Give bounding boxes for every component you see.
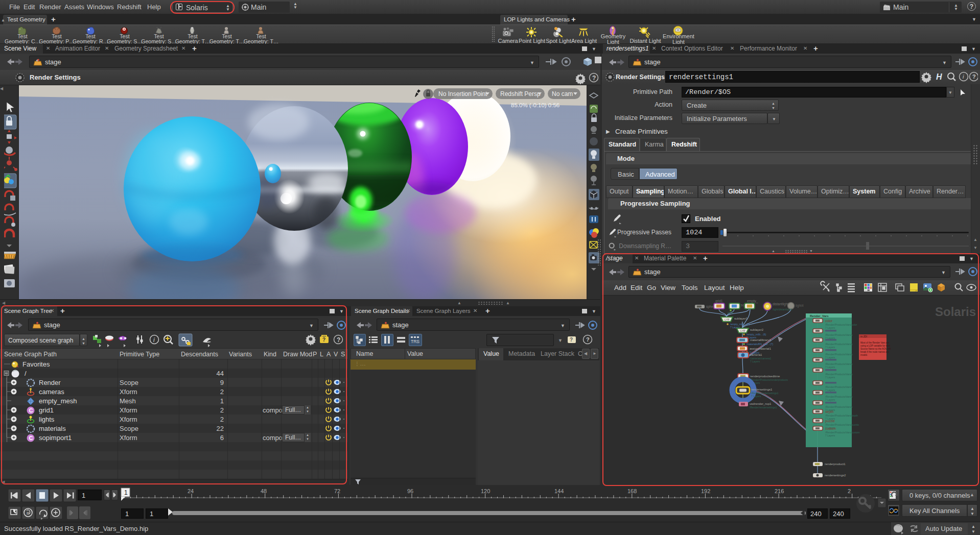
svg-text:grid1: grid1 [715,299,723,303]
svg-text:materiallibrary1: materiallibrary1 [750,338,772,342]
svg-text:puzzle: puzzle [825,419,835,423]
svg-text:C: C [29,435,33,441]
svg-text:LYR: LYR [740,329,745,332]
svg-text:1: 1 [124,489,128,496]
svg-text:7 Layers: 7 Layers [825,376,835,379]
svg-text:?: ? [972,74,976,80]
svg-text:?: ? [592,75,596,82]
svg-text:216: 216 [775,488,784,494]
svg-text:168: 168 [627,488,637,494]
svg-text:C: C [29,407,33,414]
svg-text:m.JDI: m.JDI [860,335,867,338]
svg-text:7 Layers: 7 Layers [751,395,761,398]
svg-text:7 Layers: 7 Layers [825,356,835,359]
svg-text:/Render/rendersettings1: /Render/rendersettings1 [750,406,777,409]
svg-text:invalid.: invalid. [860,354,868,356]
svg-text:B: B [27,511,29,516]
svg-text:custom: custom [825,427,836,430]
svg-text:192: 192 [701,488,710,494]
svg-text:break if the node names are: break if the node names are [860,351,890,353]
svg-text:48: 48 [261,488,267,494]
svg-text:?: ? [586,336,590,343]
svg-text:Render_Vars: Render_Vars [810,314,829,318]
svg-text:96: 96 [407,488,413,494]
svg-text:?: ? [322,337,325,343]
svg-text:TRS: TRS [411,339,419,344]
svg-text:i: i [153,336,155,344]
svg-text:Solaris: Solaris [935,305,976,319]
svg-text:7 Layers: 7 Layers [825,366,835,369]
svg-text:grid1: grid1 [728,311,733,314]
svg-text:120: 120 [481,488,490,494]
svg-text:i: i [963,74,964,80]
svg-text:Most of the Render Vars are: Most of the Render Vars are [860,342,890,344]
svg-text:72: 72 [334,488,340,494]
svg-text:2: 2 [848,488,851,494]
svg-text:H: H [936,72,942,81]
svg-text:/materials/RS_mat…(7): /materials/RS_mat…(7) [746,343,774,346]
svg-text:usdrender_rop1: usdrender_rop1 [750,402,772,405]
svg-text:LYR: LYR [725,318,730,321]
svg-text:using a LOP variable for their: using a LOP variable for their [860,345,891,347]
svg-text:24: 24 [188,488,194,494]
svg-text:/light/distantlight1: /light/distantlight1 [773,308,792,311]
svg-text:color: color [825,319,833,323]
svg-text:7 Layers: 7 Layers [825,388,835,392]
svg-text:7 Layers: 7 Layers [750,360,760,363]
svg-text:Redshift Persp: Redshift Persp [500,90,541,98]
svg-text:light4: light4 [796,304,804,308]
svg-text:assignmaterial1: assignmaterial1 [750,347,772,350]
svg-text:empty_: empty_ [747,299,758,303]
svg-text:sublayer2: sublayer2 [750,328,764,331]
svg-text:No Insertion Point: No Insertion Point [438,90,487,98]
svg-text:144: 144 [554,488,564,494]
svg-text:renderproductsedtime: renderproductsedtime [750,375,780,378]
svg-text:7 Layers: 7 Layers [825,434,835,437]
svg-text:7 Layers: 7 Layers [825,326,835,329]
svg-text:camera1: camera1 [750,353,762,356]
svg-text:rendersettings1: rendersettings1 [751,388,773,391]
svg-text:sublayer1: sublayer1 [734,317,748,320]
svg-text:?: ? [337,336,340,344]
svg-text:7 Layers: 7 Layers [825,346,835,349]
svg-text:renderproduct1: renderproduct1 [825,463,846,466]
svg-text:?: ? [570,337,573,343]
svg-text:rendersettings2: rendersettings2 [825,474,846,477]
svg-text:85.0% (-0:10) 0:56: 85.0% (-0:10) 0:56 [511,102,559,108]
svg-text:depth: depth [825,410,834,414]
svg-text:7 Layers: 7 Layers [825,398,835,401]
svg-text:Source Name so the AOV will: Source Name so the AOV will [860,348,891,350]
svg-text:No cam: No cam [552,90,573,98]
